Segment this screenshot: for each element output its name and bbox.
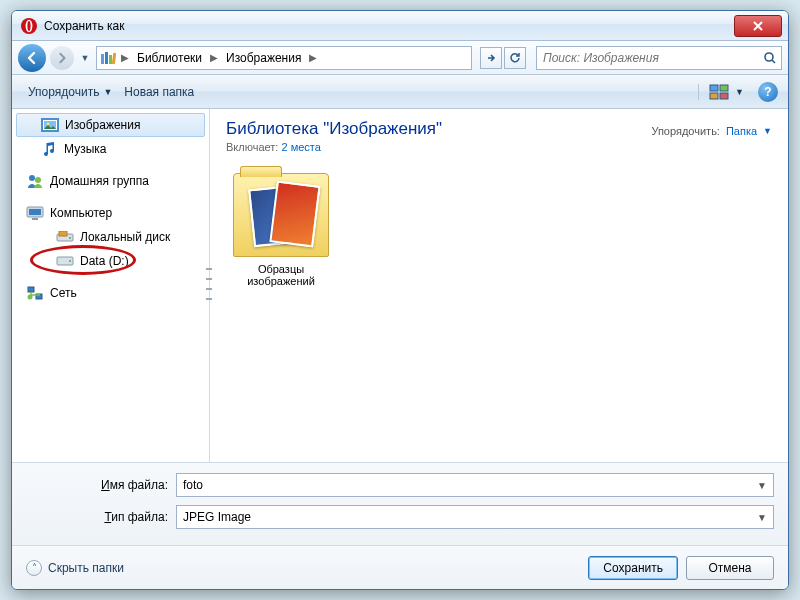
arrange-by[interactable]: Упорядочить: Папка ▼ [651,119,772,137]
breadcrumb-pictures[interactable]: Изображения [220,47,307,69]
tree-label: Сеть [50,286,77,300]
svg-rect-26 [28,287,34,292]
svg-point-16 [29,175,35,181]
tree-item-music[interactable]: Музыка [12,137,209,161]
chevron-down-icon: ▼ [735,87,744,97]
chevron-up-icon: ˄ [26,560,42,576]
view-options-button[interactable]: ▼ [698,84,744,100]
chevron-down-icon: ▼ [103,87,112,97]
search-input[interactable] [537,51,759,65]
search-icon[interactable] [759,51,781,65]
new-folder-button[interactable]: Новая папка [118,81,200,103]
tree-label: Музыка [64,142,106,156]
pictures-icon [41,117,59,133]
svg-rect-5 [109,55,112,64]
chevron-right-icon[interactable]: ▶ [208,52,220,63]
go-button[interactable] [480,47,502,69]
opera-icon [20,17,38,35]
library-header: Библиотека "Изображения" Включает: 2 мес… [210,109,788,159]
footer: ˄ Скрыть папки Сохранить Отмена [12,545,788,589]
nav-tree: Изображения Музыка Домашняя группа Компь… [12,109,210,462]
homegroup-icon [26,173,44,189]
folder-icon [233,173,329,257]
search-box[interactable] [536,46,782,70]
svg-rect-8 [710,85,718,91]
tree-item-data-d[interactable]: Data (D:) [12,249,209,273]
tree-item-computer[interactable]: Компьютер [12,201,209,225]
filename-input[interactable]: foto ▼ [176,473,774,497]
chevron-down-icon[interactable]: ▼ [757,512,767,523]
help-button[interactable]: ? [758,82,778,102]
chevron-right-icon[interactable]: ▶ [119,52,131,63]
libraries-icon [97,51,119,65]
filetype-select[interactable]: JPEG Image ▼ [176,505,774,529]
tree-label: Компьютер [50,206,112,220]
includes-label: Включает: [226,141,278,153]
tree-label: Data (D:) [80,254,129,268]
includes-link[interactable]: 2 места [281,141,320,153]
tree-label: Локальный диск [80,230,170,244]
svg-rect-11 [720,93,728,99]
nav-history-dropdown[interactable]: ▼ [78,44,92,72]
computer-icon [26,205,44,221]
filename-label: Имя файла: [26,478,176,492]
window-title: Сохранить как [44,19,734,33]
chevron-down-icon[interactable]: ▼ [757,480,767,491]
svg-rect-19 [29,209,41,215]
thumbnails-icon [709,84,731,100]
folder-sample-pictures[interactable]: Образцыизображений [226,173,336,287]
svg-rect-4 [105,52,108,64]
titlebar[interactable]: Сохранить как [12,11,788,41]
tree-label: Домашняя группа [50,174,149,188]
content-pane: Библиотека "Изображения" Включает: 2 мес… [210,109,788,462]
save-button[interactable]: Сохранить [588,556,678,580]
address-bar[interactable]: ▶ Библиотеки ▶ Изображения ▶ [96,46,472,70]
close-button[interactable] [734,15,782,37]
cancel-button[interactable]: Отмена [686,556,774,580]
refresh-button[interactable] [504,47,526,69]
svg-point-28 [28,295,33,300]
save-as-dialog: Сохранить как ▼ ▶ Библиотеки ▶ Изображен… [11,10,789,590]
nav-forward-button[interactable] [50,46,74,70]
svg-rect-9 [720,85,728,91]
filetype-label: Тип файла: [26,510,176,524]
library-title: Библиотека "Изображения" [226,119,651,139]
tree-label: Изображения [65,118,140,132]
fields-panel: Имя файла: foto ▼ Тип файла: JPEG Image … [12,462,788,545]
organize-button[interactable]: Упорядочить ▼ [22,81,118,103]
tree-item-pictures[interactable]: Изображения [16,113,205,137]
svg-rect-3 [101,54,104,64]
music-icon [40,141,58,157]
svg-point-17 [35,177,41,183]
chevron-right-icon[interactable]: ▶ [307,52,319,63]
nav-back-button[interactable] [18,44,46,72]
svg-rect-10 [710,93,718,99]
drive-icon [56,253,74,269]
svg-rect-6 [112,52,116,63]
svg-rect-23 [59,231,67,236]
svg-rect-20 [32,218,38,220]
nav-bar: ▼ ▶ Библиотеки ▶ Изображения ▶ [12,41,788,75]
network-icon [26,285,44,301]
svg-point-7 [765,53,773,61]
tree-item-network[interactable]: Сеть [12,281,209,305]
tree-item-local-disk[interactable]: Локальный диск [12,225,209,249]
tree-item-homegroup[interactable]: Домашняя группа [12,169,209,193]
svg-point-2 [27,21,30,31]
items-view[interactable]: Образцыизображений [210,159,788,462]
drive-icon [56,229,74,245]
toolbar: Упорядочить ▼ Новая папка ▼ ? [12,75,788,109]
resizer-grip-icon [206,264,214,304]
svg-point-22 [69,237,71,239]
hide-folders-button[interactable]: ˄ Скрыть папки [26,560,124,576]
breadcrumb-libraries[interactable]: Библиотеки [131,47,208,69]
folder-label: Образцыизображений [226,263,336,287]
chevron-down-icon: ▼ [763,126,772,136]
svg-point-25 [69,260,71,262]
